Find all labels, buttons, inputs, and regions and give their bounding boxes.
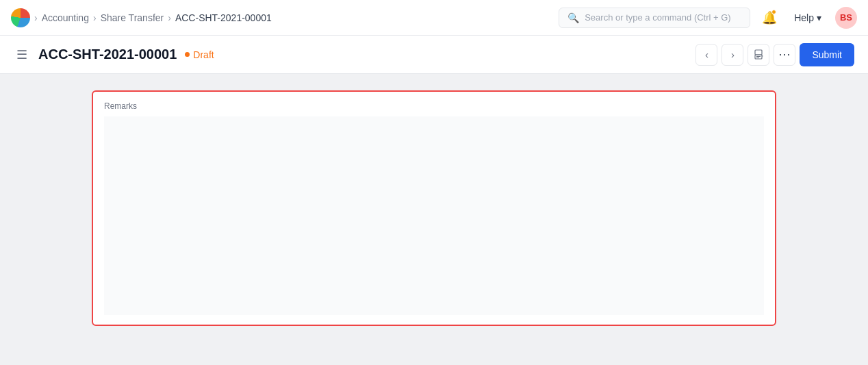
svg-rect-0 <box>755 50 762 55</box>
chevron-down-icon: ▾ <box>817 12 821 23</box>
topbar: › Accounting › Share Transfer › ACC-SHT-… <box>0 0 868 36</box>
svg-rect-4 <box>762 55 763 57</box>
status-badge: Draft <box>185 49 214 60</box>
subheader-left: ☰ ACC-SHT-2021-00001 Draft <box>14 45 214 65</box>
breadcrumb-accounting[interactable]: Accounting <box>42 12 89 23</box>
avatar[interactable]: BS <box>835 7 857 29</box>
breadcrumb-area: › Accounting › Share Transfer › ACC-SHT-… <box>11 8 272 27</box>
topbar-right: 🔍 Search or type a command (Ctrl + G) 🔔 … <box>559 7 857 29</box>
svg-rect-2 <box>756 56 761 57</box>
help-label: Help <box>794 12 814 23</box>
status-label: Draft <box>193 49 214 60</box>
search-bar[interactable]: 🔍 Search or type a command (Ctrl + G) <box>559 8 750 28</box>
more-button[interactable]: ··· <box>774 44 795 66</box>
svg-rect-3 <box>756 58 759 58</box>
submit-button[interactable]: Submit <box>800 43 854 66</box>
print-button[interactable] <box>748 44 769 66</box>
notification-button[interactable]: 🔔 <box>758 7 780 29</box>
notification-dot <box>771 10 776 14</box>
help-button[interactable]: Help ▾ <box>789 10 827 26</box>
remarks-container[interactable]: Remarks <box>92 90 776 326</box>
breadcrumb-doc-id: ACC-SHT-2021-00001 <box>175 12 272 23</box>
doc-title: ACC-SHT-2021-00001 <box>38 47 177 62</box>
hamburger-icon[interactable]: ☰ <box>14 45 30 65</box>
prev-button[interactable]: ‹ <box>695 44 717 66</box>
search-placeholder: Search or type a command (Ctrl + G) <box>585 12 731 23</box>
status-dot <box>185 52 190 57</box>
app-logo[interactable] <box>11 8 30 27</box>
remarks-body[interactable] <box>104 116 764 315</box>
breadcrumb-separator-3: › <box>168 12 171 23</box>
subheader-right: ‹ › ··· Submit <box>695 43 854 66</box>
search-icon: 🔍 <box>567 12 579 23</box>
subheader: ☰ ACC-SHT-2021-00001 Draft ‹ › ··· Submi… <box>0 36 868 74</box>
next-button[interactable]: › <box>722 44 743 66</box>
breadcrumb-share-transfer[interactable]: Share Transfer <box>101 12 164 23</box>
remarks-label: Remarks <box>104 101 764 111</box>
main-content: Remarks <box>0 74 868 342</box>
breadcrumb-separator-2: › <box>93 12 97 23</box>
breadcrumb-separator-1: › <box>34 12 38 23</box>
